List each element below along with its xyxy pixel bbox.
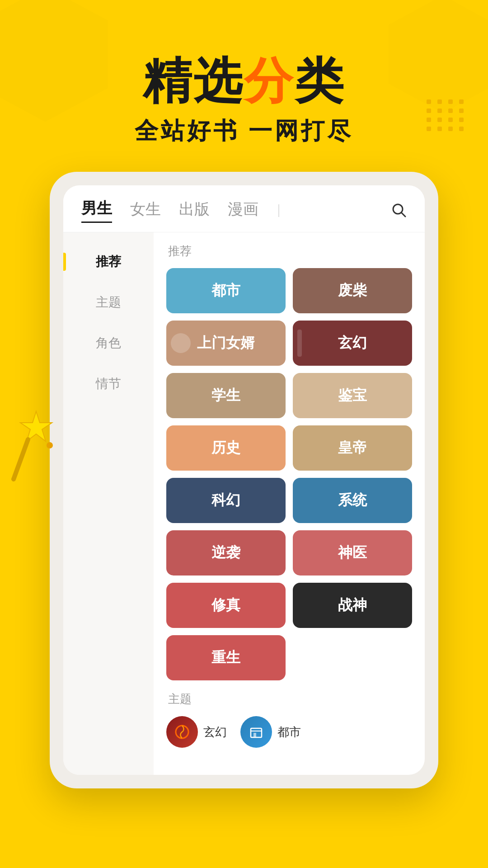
category-dushi[interactable]: 都市 (166, 268, 286, 313)
category-xitong[interactable]: 系统 (293, 478, 412, 523)
sidebar-item-recommend[interactable]: 推荐 (63, 241, 154, 282)
tab-male[interactable]: 男生 (81, 198, 112, 223)
search-button[interactable] (390, 202, 407, 220)
category-nixi[interactable]: 逆袭 (166, 530, 286, 576)
tab-divider (278, 204, 279, 217)
title-part2: 类 (295, 53, 345, 108)
svg-line-6 (402, 212, 405, 216)
title-highlight: 分 (244, 53, 295, 108)
category-grid: 都市 废柴 上门女婿 玄幻 学生 鉴宝 历史 皇帝 科幻 系统 逆袭 (166, 268, 412, 680)
bottom-icon-dushi (240, 716, 272, 748)
sidebar-item-role[interactable]: 角色 (63, 323, 154, 363)
category-zhanshen[interactable]: 战神 (293, 583, 412, 628)
phone-inner: 男生 女生 出版 漫画 推荐 主题 角色 情节 推荐 (63, 185, 425, 775)
category-chongsheng[interactable]: 重生 (166, 635, 286, 680)
category-xuanhuan[interactable]: 玄幻 (293, 321, 412, 366)
bottom-item-dushi[interactable]: 都市 (240, 716, 301, 748)
bottom-items: 玄幻 都市 (166, 716, 412, 748)
sidebar-item-plot[interactable]: 情节 (63, 363, 154, 404)
bottom-item-xuanhuan[interactable]: 玄幻 (166, 716, 227, 748)
section-recommend-label: 推荐 (168, 243, 412, 259)
category-lishi[interactable]: 历史 (166, 425, 286, 471)
svg-marker-2 (20, 411, 52, 441)
category-xiuzhen[interactable]: 修真 (166, 583, 286, 628)
category-xuesheng[interactable]: 学生 (166, 373, 286, 418)
category-feizhai[interactable]: 废柴 (293, 268, 412, 313)
main-content: 推荐 都市 废柴 上门女婿 玄幻 学生 鉴宝 历史 皇帝 科幻 系统 (154, 232, 425, 775)
svg-rect-10 (253, 733, 256, 737)
tab-comic[interactable]: 漫画 (228, 199, 258, 222)
tab-bar: 男生 女生 出版 漫画 (63, 185, 425, 232)
category-huangdi[interactable]: 皇帝 (293, 425, 412, 471)
phone-frame: 男生 女生 出版 漫画 推荐 主题 角色 情节 推荐 (50, 172, 438, 788)
section-theme-label: 主题 (168, 691, 412, 707)
bottom-icon-xuanhuan (166, 716, 198, 748)
bottom-label-xuanhuan: 玄幻 (203, 724, 227, 740)
page-subtitle: 全站好书 一网打尽 (0, 115, 488, 147)
tab-female[interactable]: 女生 (130, 199, 161, 222)
category-kehuan[interactable]: 科幻 (166, 478, 286, 523)
bottom-label-dushi: 都市 (277, 724, 301, 740)
content-area: 推荐 主题 角色 情节 推荐 都市 废柴 上门女婿 玄幻 学生 鉴宝 (63, 232, 425, 775)
tab-publish[interactable]: 出版 (179, 199, 210, 222)
title-part1: 精选 (143, 53, 244, 108)
svg-line-3 (14, 439, 28, 479)
category-shenyi[interactable]: 神医 (293, 530, 412, 576)
sidebar-item-theme[interactable]: 主题 (63, 282, 154, 323)
category-shanmen[interactable]: 上门女婿 (166, 321, 286, 366)
category-jianbao[interactable]: 鉴宝 (293, 373, 412, 418)
sidebar: 推荐 主题 角色 情节 (63, 232, 154, 775)
page-title: 精选分类 (0, 54, 488, 108)
header-section: 精选分类 全站好书 一网打尽 (0, 0, 488, 174)
